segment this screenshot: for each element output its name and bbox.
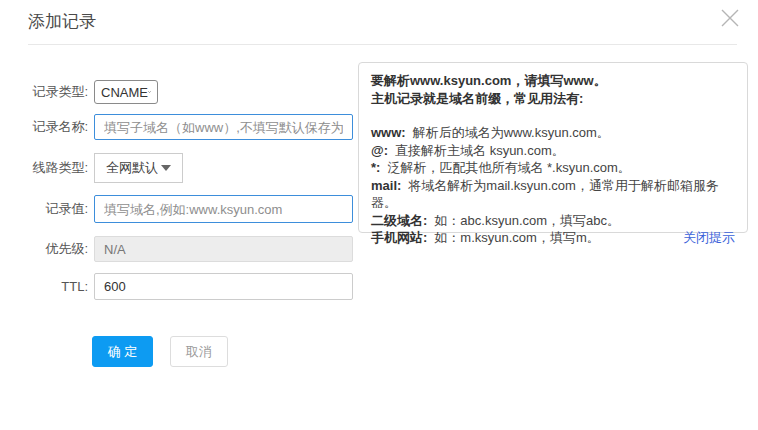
ttl-input[interactable] xyxy=(94,273,353,300)
close-icon[interactable] xyxy=(716,4,744,32)
line-type-value: 全网默认 xyxy=(106,159,158,177)
help-desc: 解析后的域名为www.ksyun.com。 xyxy=(413,125,610,140)
title-divider xyxy=(28,44,737,45)
caret-down-icon xyxy=(161,165,171,171)
help-desc: 泛解析，匹配其他所有域名 *.ksyun.com。 xyxy=(387,160,630,175)
priority-input xyxy=(94,236,353,262)
help-item-wildcard: *:泛解析，匹配其他所有域名 *.ksyun.com。 xyxy=(371,159,735,177)
help-intro-line: 主机记录就是域名前缀，常见用法有: xyxy=(371,90,735,108)
help-intro-line: 要解析www.ksyun.com，请填写www。 xyxy=(371,72,735,90)
line-type-dropdown[interactable]: 全网默认 xyxy=(94,153,183,183)
help-term: www: xyxy=(371,125,406,140)
dialog-title: 添加记录 xyxy=(28,10,96,33)
help-item-at: @:直接解析主域名 ksyun.com。 xyxy=(371,142,735,160)
help-usage-list: www:解析后的域名为www.ksyun.com。 @:直接解析主域名 ksyu… xyxy=(371,124,735,247)
help-desc: 直接解析主域名 ksyun.com。 xyxy=(395,143,565,158)
help-term: 手机网站: xyxy=(371,230,427,245)
help-desc: 如：abc.ksyun.com，填写abc。 xyxy=(434,213,620,228)
record-name-input[interactable] xyxy=(94,114,353,140)
help-item-subdomain: 二级域名:如：abc.ksyun.com，填写abc。 xyxy=(371,212,735,230)
chevron-down-icon xyxy=(148,89,151,95)
priority-label: 优先级: xyxy=(0,236,88,262)
record-name-label: 记录名称: xyxy=(0,114,88,140)
add-record-dialog: { "dialog": { "title": "添加记录" }, "form":… xyxy=(0,0,758,430)
record-type-value: CNAME xyxy=(101,85,148,100)
help-term: 二级域名: xyxy=(371,213,427,228)
cancel-button[interactable]: 取消 xyxy=(170,336,228,367)
close-x-glyph xyxy=(719,7,741,29)
help-term: mail: xyxy=(371,178,401,193)
help-term: @: xyxy=(371,143,388,158)
record-value-label: 记录值: xyxy=(0,195,88,223)
help-item-mail: mail:将域名解析为mail.ksyun.com，通常用于解析邮箱服务器。 xyxy=(371,177,735,212)
help-desc: 如：m.ksyun.com，填写m。 xyxy=(434,230,599,245)
record-type-select[interactable]: CNAME xyxy=(94,80,158,104)
help-item-mobile: 关闭提示 手机网站:如：m.ksyun.com，填写m。 xyxy=(371,229,735,247)
close-tip-link[interactable]: 关闭提示 xyxy=(683,229,735,247)
record-type-label: 记录类型: xyxy=(0,80,88,104)
help-term: *: xyxy=(371,160,380,175)
ttl-label: TTL: xyxy=(0,273,88,300)
help-desc: 将域名解析为mail.ksyun.com，通常用于解析邮箱服务器。 xyxy=(371,178,719,211)
help-panel: 要解析www.ksyun.com，请填写www。 主机记录就是域名前缀，常见用法… xyxy=(358,62,748,233)
confirm-button[interactable]: 确 定 xyxy=(92,336,153,367)
line-type-label: 线路类型: xyxy=(0,153,88,183)
record-value-input[interactable] xyxy=(94,195,353,223)
help-item-www: www:解析后的域名为www.ksyun.com。 xyxy=(371,124,735,142)
